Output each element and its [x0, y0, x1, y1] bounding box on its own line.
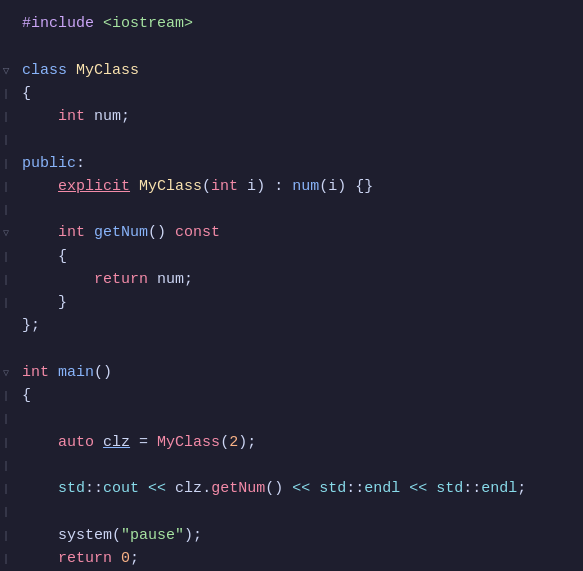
fold-side-11: |	[0, 529, 12, 545]
code-editor: #include <iostream> ▽ class MyClass | { …	[0, 0, 583, 571]
line-getnum: ▽ int getNum() const	[0, 221, 583, 244]
line-blank-3: |	[0, 198, 583, 221]
fold-side-9: |	[0, 436, 12, 452]
line-1: #include <iostream>	[0, 12, 583, 35]
fold-side-5: |	[0, 250, 12, 266]
fold-side-3: |	[0, 157, 12, 173]
line-main: ▽ int main()	[0, 361, 583, 384]
fold-main: ▽	[0, 366, 12, 382]
fold-side-2: |	[0, 110, 12, 126]
line-public: | public:	[0, 152, 583, 175]
fold-side-4: |	[0, 180, 12, 196]
fold-class: ▽	[0, 63, 12, 80]
line-inner-brace-close: | }	[0, 291, 583, 314]
line-cout: | std::cout << clz.getNum() << std::endl…	[0, 477, 583, 500]
line-blank-5: |	[0, 407, 583, 430]
fold-getnum: ▽	[0, 226, 12, 242]
fold-side-7: |	[0, 296, 12, 312]
fold-side-1: |	[0, 87, 12, 103]
line-constructor: | explicit MyClass(int i) : num(i) {}	[0, 175, 583, 198]
code-1: #include <iostream>	[12, 12, 583, 35]
line-return-num: | return num;	[0, 268, 583, 291]
fold-side-12: |	[0, 552, 12, 568]
fold-side-10: |	[0, 482, 12, 498]
fold-side-6: |	[0, 273, 12, 289]
line-inner-brace-open: | {	[0, 245, 583, 268]
line-auto: | auto clz = MyClass(2);	[0, 431, 583, 454]
line-blank-6: |	[0, 454, 583, 477]
code-class: class MyClass	[12, 59, 583, 82]
line-main-open: | {	[0, 384, 583, 407]
line-class-end: };	[0, 314, 583, 337]
line-int-num: | int num;	[0, 105, 583, 128]
line-blank-1	[0, 35, 583, 58]
line-blank-2: |	[0, 128, 583, 151]
line-blank-7: |	[0, 500, 583, 523]
line-open-brace-1: | {	[0, 82, 583, 105]
fold-side-8: |	[0, 389, 12, 405]
line-system: | system("pause");	[0, 524, 583, 547]
line-class: ▽ class MyClass	[0, 59, 583, 82]
line-blank-4	[0, 338, 583, 361]
line-return-0: | return 0;	[0, 547, 583, 570]
